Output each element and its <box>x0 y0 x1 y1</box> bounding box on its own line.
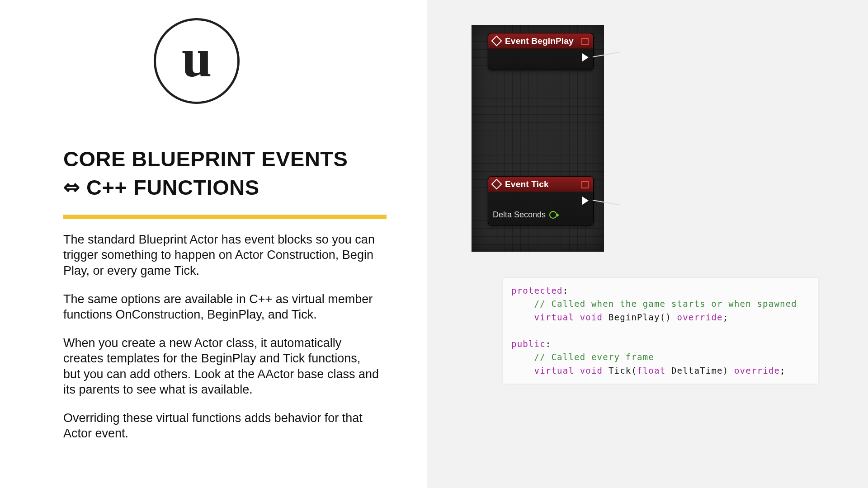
code-fn: Tick( <box>609 366 637 375</box>
code-keyword: virtual <box>534 366 574 375</box>
code-keyword: virtual <box>534 312 574 322</box>
left-column: u CORE BLUEPRINT EVENTS ⇔ C++ FUNCTIONS … <box>0 0 427 488</box>
unreal-logo-glyph: u <box>182 31 212 85</box>
wire <box>593 200 619 205</box>
unreal-logo: u <box>154 18 244 108</box>
bp-node-title: Event BeginPlay <box>505 36 574 46</box>
double-arrow-icon: ⇔ <box>63 176 80 198</box>
code-snippet: protected: // Called when the game start… <box>503 278 818 384</box>
code-comment: // Called when the game starts or when s… <box>534 299 797 309</box>
code-text: DeltaTime) <box>665 366 728 375</box>
code-text: : <box>563 286 569 296</box>
breakpoint-icon <box>581 181 589 188</box>
title-underline <box>63 215 387 219</box>
bp-node-title: Event Tick <box>505 179 549 189</box>
code-keyword: void <box>580 366 603 375</box>
bp-node-header: Event Tick <box>488 177 593 192</box>
bp-node-header: Event BeginPlay <box>488 33 593 49</box>
code-keyword: protected <box>511 286 563 296</box>
title-line-1: CORE BLUEPRINT EVENTS <box>63 147 348 171</box>
code-keyword: float <box>637 366 665 375</box>
event-diamond-icon <box>491 35 502 46</box>
code-keyword: public <box>511 339 546 349</box>
code-keyword: void <box>580 312 603 322</box>
code-text: : <box>546 339 552 349</box>
bp-output-label: Delta Seconds <box>493 210 546 220</box>
bp-output-row: Delta Seconds <box>493 210 589 220</box>
paragraph: The standard Blueprint Actor has event b… <box>63 232 380 279</box>
bp-node-body: Delta Seconds <box>488 192 593 225</box>
paragraph: When you create a new Actor class, it au… <box>63 335 380 398</box>
bp-node-begin-play: Event BeginPlay <box>488 33 594 70</box>
body-text: The standard Blueprint Actor has event b… <box>63 232 380 441</box>
right-column: Event BeginPlay Event Tick Delta Sec <box>427 0 868 488</box>
data-output-pin-icon <box>549 211 557 219</box>
code-keyword: override <box>734 366 780 375</box>
breakpoint-icon <box>581 38 589 45</box>
bp-node-tick: Event Tick Delta Seconds <box>488 176 594 225</box>
exec-output-pin-icon <box>582 53 589 61</box>
wire <box>593 52 619 57</box>
event-diamond-icon <box>491 178 502 189</box>
title-line-2: C++ FUNCTIONS <box>86 175 259 199</box>
blueprint-graph: Event BeginPlay Event Tick Delta Sec <box>472 25 604 252</box>
slide: u CORE BLUEPRINT EVENTS ⇔ C++ FUNCTIONS … <box>0 0 868 488</box>
page-title: CORE BLUEPRINT EVENTS ⇔ C++ FUNCTIONS <box>63 145 384 202</box>
code-fn: BeginPlay() <box>609 312 671 322</box>
code-comment: // Called every frame <box>534 352 654 362</box>
code-keyword: override <box>677 312 723 322</box>
bp-node-body <box>488 49 593 70</box>
unreal-logo-circle: u <box>154 18 240 104</box>
paragraph: The same options are available in C++ as… <box>63 291 380 323</box>
paragraph: Overriding these virtual functions adds … <box>63 410 380 441</box>
exec-output-pin-icon <box>582 197 589 205</box>
